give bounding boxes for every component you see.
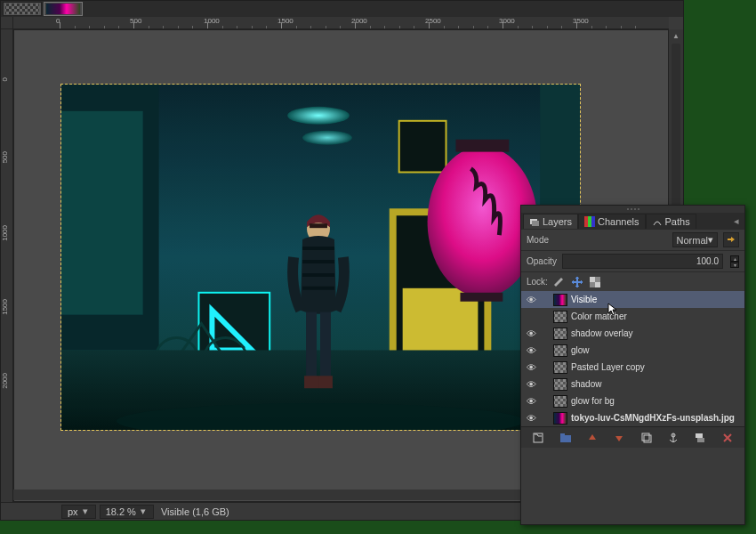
svg-rect-37 (560, 435, 571, 442)
lock-position-icon[interactable] (571, 276, 583, 288)
layer-row[interactable]: 👁glow (521, 342, 744, 359)
layer-name[interactable]: glow (571, 345, 741, 355)
thumb-blank (5, 4, 39, 14)
layer-thumbnail (553, 361, 567, 374)
merge-down-button[interactable] (691, 430, 709, 446)
canvas-image (61, 85, 580, 430)
layer-name[interactable]: shadow overlay (571, 328, 741, 338)
layers-toolbar (521, 426, 744, 448)
step-up-icon[interactable]: ▴ (730, 255, 739, 262)
layer-row[interactable]: Color matcher (521, 308, 744, 325)
visibility-toggle[interactable]: 👁 (525, 345, 537, 356)
visibility-toggle[interactable]: 👁 (525, 396, 537, 407)
layers-panel: Layers Channels Paths ◂ Mode Normal ▾ Op… (520, 205, 745, 525)
layer-name[interactable]: Pasted Layer copy (571, 362, 741, 372)
anchor-layer-button[interactable] (664, 430, 682, 446)
opacity-input[interactable] (562, 254, 723, 269)
mode-select[interactable]: Normal ▾ (672, 232, 718, 247)
visibility-toggle[interactable]: 👁 (525, 413, 537, 424)
scroll-up-icon[interactable]: ▲ (670, 29, 682, 42)
chevron-down-icon: ▾ (139, 507, 148, 516)
layer-row[interactable]: 👁glow for bg (521, 392, 744, 409)
canvas[interactable] (60, 84, 581, 431)
opacity-stepper[interactable]: ▴▾ (730, 255, 739, 268)
panel-menu-icon[interactable]: ◂ (730, 214, 743, 229)
ruler-corner (1, 17, 13, 29)
layer-row[interactable]: 👁shadow overlay (521, 325, 744, 342)
lock-paint-icon[interactable] (553, 276, 566, 288)
lower-layer-button[interactable] (610, 430, 628, 446)
svg-rect-32 (591, 216, 595, 227)
paths-icon (652, 216, 663, 227)
chevron-down-icon: ▾ (81, 507, 90, 516)
svg-rect-40 (644, 435, 651, 442)
layer-name[interactable]: Visible (571, 295, 741, 304)
new-group-button[interactable] (557, 430, 575, 446)
layer-thumbnail (553, 412, 567, 425)
swap-icon (726, 235, 736, 246)
mode-value: Normal (677, 235, 708, 246)
canvas-wrap (60, 84, 581, 431)
svg-rect-34 (590, 277, 595, 282)
layer-thumbnail (553, 395, 567, 408)
svg-rect-31 (588, 216, 591, 227)
layer-row[interactable]: 👁Visible (521, 291, 744, 308)
svg-rect-41 (696, 433, 703, 438)
layer-thumbnail (553, 378, 567, 391)
channels-icon (584, 216, 595, 227)
unit-selector[interactable]: px ▾ (61, 505, 96, 519)
tab-layers[interactable]: Layers (523, 214, 578, 229)
visibility-toggle[interactable]: 👁 (525, 379, 537, 390)
layer-name[interactable]: glow for bg (571, 396, 741, 406)
svg-rect-38 (560, 433, 565, 436)
panel-tabs: Layers Channels Paths ◂ (521, 213, 744, 229)
svg-rect-39 (642, 433, 649, 441)
visibility-toggle[interactable]: 👁 (525, 362, 537, 373)
document-tab-2[interactable] (44, 2, 83, 16)
visibility-toggle[interactable]: 👁 (525, 295, 537, 305)
raise-layer-button[interactable] (583, 430, 601, 446)
thumb-image (46, 4, 80, 14)
svg-rect-30 (584, 216, 588, 227)
document-tab-1[interactable] (3, 2, 42, 16)
layer-row[interactable]: 👁shadow (521, 376, 744, 392)
ruler-horizontal[interactable]: 0500100015002000250030003500 (13, 17, 669, 29)
tab-layers-label: Layers (543, 216, 572, 227)
tab-paths-label: Paths (665, 216, 690, 227)
svg-rect-29 (532, 221, 539, 226)
layer-thumbnail (553, 344, 567, 357)
ruler-vertical[interactable]: 0500100015002000 (1, 29, 13, 502)
blend-mode-row: Mode Normal ▾ (521, 229, 744, 250)
layer-thumbnail (553, 328, 567, 340)
tab-channels-label: Channels (598, 216, 639, 227)
delete-layer-button[interactable] (719, 430, 736, 446)
new-layer-button[interactable] (529, 430, 547, 446)
unit-label: px (68, 506, 78, 517)
layer-row[interactable]: 👁Pasted Layer copy (521, 359, 744, 376)
mode-swap-button[interactable] (723, 232, 739, 247)
layer-row[interactable]: 👁tokyo-luv-CsMNgdHXzFs-unsplash.jpg (521, 409, 744, 426)
layers-list: 👁VisibleColor matcher👁shadow overlay👁glo… (521, 291, 744, 426)
layer-name[interactable]: shadow (571, 379, 741, 389)
tab-paths[interactable]: Paths (646, 214, 696, 229)
lock-row: Lock: (521, 271, 744, 291)
step-down-icon[interactable]: ▾ (730, 262, 739, 268)
status-info: Visible (1,6 GB) (157, 506, 229, 517)
duplicate-layer-button[interactable] (638, 430, 655, 446)
layer-name[interactable]: tokyo-luv-CsMNgdHXzFs-unsplash.jpg (571, 413, 741, 423)
document-tabs (1, 1, 683, 17)
chevron-down-icon: ▾ (708, 234, 713, 246)
visibility-toggle[interactable]: 👁 (525, 328, 537, 339)
layers-icon (529, 216, 540, 227)
zoom-label: 18.2 % (106, 506, 136, 517)
opacity-label: Opacity (527, 256, 557, 266)
layer-thumbnail (553, 311, 567, 323)
svg-rect-35 (595, 282, 600, 287)
lock-label: Lock: (527, 277, 548, 287)
svg-rect-27 (61, 85, 580, 430)
lock-alpha-icon[interactable] (589, 276, 601, 288)
zoom-selector[interactable]: 18.2 % ▾ (100, 505, 154, 519)
tab-channels[interactable]: Channels (578, 214, 645, 229)
layer-name[interactable]: Color matcher (571, 312, 741, 321)
panel-drag-handle[interactable] (521, 206, 744, 213)
